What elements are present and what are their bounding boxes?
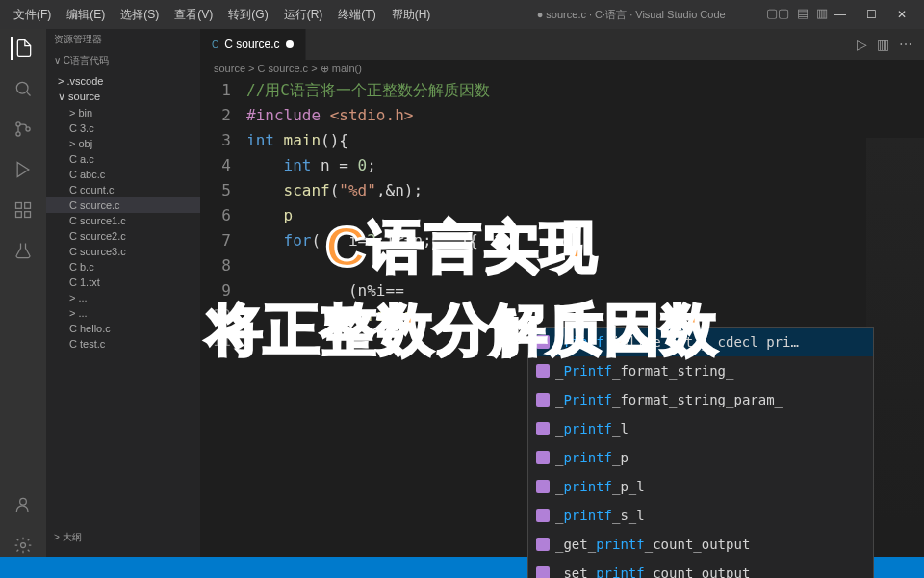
menu-edit[interactable]: 编辑(E) — [61, 5, 111, 25]
menu-help[interactable]: 帮助(H) — [386, 5, 437, 25]
symbol-icon — [536, 509, 550, 522]
menu-selection[interactable]: 选择(S) — [115, 5, 165, 25]
settings-icon[interactable] — [12, 534, 35, 557]
menu-run[interactable]: 运行(R) — [278, 5, 329, 25]
layout-controls: ▢▢ ▤ ▥ — [766, 6, 828, 20]
tree-item[interactable]: C hello.c — [46, 321, 200, 336]
autocomplete-item[interactable]: _printf_p — [528, 443, 873, 472]
extensions-icon[interactable] — [12, 198, 35, 222]
main-area: 资源管理器 ∨ C语言代码 > .vscode∨ source> binC 3.… — [0, 29, 924, 557]
editor: C C source.c ▷ ▥ ⋯ source > C source.c >… — [200, 29, 924, 557]
svg-point-8 — [20, 498, 27, 505]
explorer-icon[interactable] — [11, 37, 34, 60]
outline-header[interactable]: > 大纲 — [46, 527, 200, 548]
minimize-button[interactable]: — — [826, 4, 855, 25]
menu-view[interactable]: 查看(V) — [168, 5, 218, 25]
autocomplete-item[interactable]: _printf_s_l — [528, 501, 873, 530]
unsaved-dot-icon — [286, 40, 294, 48]
tree-item[interactable]: C source2.c — [46, 228, 200, 244]
tree-item[interactable]: C source3.c — [46, 244, 200, 259]
autocomplete-item[interactable]: _get_printf_count_output — [528, 530, 873, 559]
svg-rect-7 — [25, 212, 31, 218]
explorer-header: 资源管理器 — [46, 29, 200, 50]
tree-item[interactable]: > ... — [46, 290, 200, 305]
svg-point-9 — [21, 543, 26, 548]
autocomplete-popup[interactable]: printf inline int __cdecl pri…_Printf_fo… — [527, 327, 874, 578]
tree-item[interactable]: ∨ source — [46, 89, 200, 105]
tab-actions: ▷ ▥ ⋯ — [857, 29, 924, 60]
autocomplete-item[interactable]: _Printf_format_string_param_ — [528, 385, 873, 414]
tab-label: C source.c — [224, 38, 279, 51]
tree-item[interactable]: > ... — [46, 305, 200, 321]
autocomplete-item[interactable]: _printf_p_l — [528, 472, 873, 501]
breadcrumb[interactable]: source > C source.c > ⊕ main() — [200, 60, 924, 78]
tab-bar: C C source.c ▷ ▥ ⋯ — [200, 29, 924, 60]
tree-item[interactable]: > .vscode — [46, 73, 200, 89]
split-icon[interactable]: ▥ — [877, 37, 889, 52]
search-icon[interactable] — [12, 77, 35, 100]
tree-item[interactable]: C 1.txt — [46, 275, 200, 290]
menu-file[interactable]: 文件(F) — [8, 5, 57, 25]
tree-item[interactable]: C source.c — [46, 197, 200, 213]
tree-item[interactable]: > bin — [46, 105, 200, 120]
autocomplete-item[interactable]: _Printf_format_string_ — [528, 356, 873, 385]
svg-point-0 — [16, 82, 28, 93]
activity-bar — [0, 29, 46, 557]
run-icon[interactable]: ▷ — [857, 37, 867, 52]
svg-rect-4 — [16, 203, 22, 209]
tree-item[interactable]: C count.c — [46, 182, 200, 197]
tree-item[interactable]: C source1.c — [46, 213, 200, 228]
test-icon[interactable] — [12, 239, 35, 262]
code-area[interactable]: 1234567891011 //用C语言将一个正整数分解质因数#include … — [200, 78, 924, 557]
autocomplete-item[interactable]: _set_printf_count_output — [528, 559, 873, 578]
symbol-icon — [536, 451, 550, 464]
symbol-icon — [536, 422, 550, 435]
svg-rect-5 — [25, 203, 31, 209]
tree-item[interactable]: > obj — [46, 136, 200, 151]
svg-point-3 — [26, 127, 30, 131]
file-tree: > .vscode∨ source> binC 3.c> objC a.cC a… — [46, 71, 200, 354]
svg-point-1 — [16, 122, 20, 126]
accounts-icon[interactable] — [12, 493, 35, 516]
autocomplete-item[interactable]: _printf_l — [528, 414, 873, 443]
folder-root[interactable]: ∨ C语言代码 — [46, 50, 200, 71]
layout-icon[interactable]: ▤ — [797, 6, 808, 20]
titlebar: 文件(F) 编辑(E) 选择(S) 查看(V) 转到(G) 运行(R) 终端(T… — [0, 0, 924, 29]
tree-item[interactable]: C a.c — [46, 151, 200, 167]
svg-point-2 — [16, 132, 20, 136]
symbol-icon — [536, 393, 550, 407]
symbol-icon — [536, 364, 550, 378]
symbol-icon — [536, 566, 550, 578]
menu-bar: 文件(F) 编辑(E) 选择(S) 查看(V) 转到(G) 运行(R) 终端(T… — [8, 5, 436, 25]
more-icon[interactable]: ⋯ — [899, 37, 912, 52]
tab-source-c[interactable]: C C source.c — [200, 29, 306, 60]
run-debug-icon[interactable] — [12, 158, 35, 181]
menu-go[interactable]: 转到(G) — [222, 5, 273, 25]
autocomplete-item[interactable]: printf inline int __cdecl pri… — [528, 328, 873, 356]
layout-icon[interactable]: ▥ — [816, 6, 828, 20]
symbol-icon — [536, 480, 550, 493]
tree-item[interactable]: C 3.c — [46, 120, 200, 136]
layout-icon[interactable]: ▢▢ — [766, 6, 789, 20]
close-button[interactable]: ✕ — [887, 4, 916, 25]
tree-item[interactable]: C test.c — [46, 336, 200, 352]
source-control-icon[interactable] — [12, 118, 35, 141]
symbol-icon — [536, 335, 550, 349]
window-controls: — ☐ ✕ — [826, 4, 916, 25]
line-numbers: 1234567891011 — [200, 78, 246, 557]
minimap[interactable] — [866, 138, 924, 523]
sidebar: 资源管理器 ∨ C语言代码 > .vscode∨ source> binC 3.… — [46, 29, 200, 557]
c-file-icon: C — [212, 39, 218, 50]
tree-item[interactable]: C b.c — [46, 259, 200, 275]
maximize-button[interactable]: ☐ — [857, 4, 886, 25]
symbol-icon — [536, 538, 550, 551]
tree-item[interactable]: C abc.c — [46, 167, 200, 182]
svg-rect-6 — [16, 212, 22, 218]
menu-terminal[interactable]: 终端(T) — [332, 5, 381, 25]
